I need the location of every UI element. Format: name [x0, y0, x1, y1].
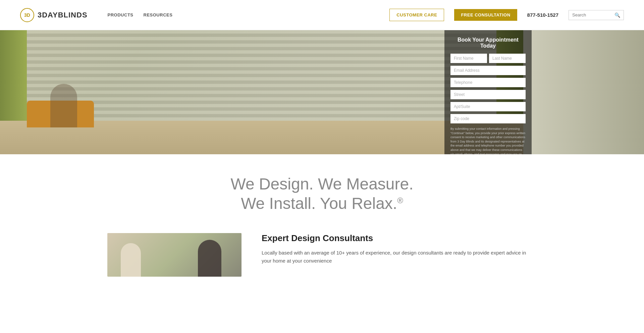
hero-section: Book Your Appointment Today By submittin…: [0, 30, 644, 154]
apt-input[interactable]: [450, 102, 526, 111]
telephone-input[interactable]: [450, 78, 526, 87]
form-consent-text: By submitting your contact information a…: [450, 127, 526, 154]
search-input[interactable]: [572, 12, 612, 17]
expert-image: [107, 233, 241, 277]
appointment-form-panel: Book Your Appointment Today By submittin…: [444, 30, 532, 154]
last-name-input[interactable]: [489, 54, 526, 63]
registered-symbol: ®: [397, 196, 403, 205]
logo-icon: 3D: [20, 8, 34, 22]
street-input[interactable]: [450, 90, 526, 99]
tagline-line1: We Design. We Measure.: [230, 175, 413, 193]
free-consultation-button[interactable]: FREE CONSULTATION: [454, 9, 517, 21]
zip-input[interactable]: [450, 114, 526, 123]
tagline-line2: We Install. You Relax.: [241, 195, 397, 212]
expert-content: Expert Design Consultants Locally based …: [262, 233, 537, 265]
expert-section: Expert Design Consultants Locally based …: [0, 226, 644, 297]
hero-background: Book Your Appointment Today By submittin…: [0, 30, 644, 154]
expert-person-1: [121, 243, 141, 277]
name-row: [450, 54, 526, 63]
tagline-text: We Design. We Measure. We Install. You R…: [7, 174, 637, 213]
person-silhouette: [50, 84, 77, 127]
search-icon[interactable]: 🔍: [614, 12, 620, 18]
phone-number: 877-510-1527: [527, 12, 558, 18]
svg-text:3D: 3D: [24, 12, 30, 18]
nav-link-products[interactable]: PRODUCTS: [108, 12, 133, 17]
form-title: Book Your Appointment Today: [450, 37, 526, 49]
expert-description: Locally based with an average of 10+ yea…: [262, 249, 537, 265]
nav-links: PRODUCTS RESOURCES: [108, 12, 173, 17]
expert-person-2: [198, 240, 221, 277]
first-name-input[interactable]: [450, 54, 487, 63]
nav-link-resources[interactable]: RESOURCES: [144, 12, 173, 17]
expert-title: Expert Design Consultants: [262, 233, 537, 243]
navigation: 3D 3DAYBLINDS PRODUCTS RESOURCES CUSTOME…: [0, 0, 644, 30]
customer-care-button[interactable]: CUSTOMER CARE: [389, 9, 444, 21]
search-wrapper: 🔍: [569, 10, 624, 20]
tagline-section: We Design. We Measure. We Install. You R…: [0, 154, 644, 226]
logo-link[interactable]: 3D 3DAYBLINDS: [20, 8, 88, 22]
logo-text: 3DAYBLINDS: [38, 11, 88, 19]
email-input[interactable]: [450, 66, 526, 75]
